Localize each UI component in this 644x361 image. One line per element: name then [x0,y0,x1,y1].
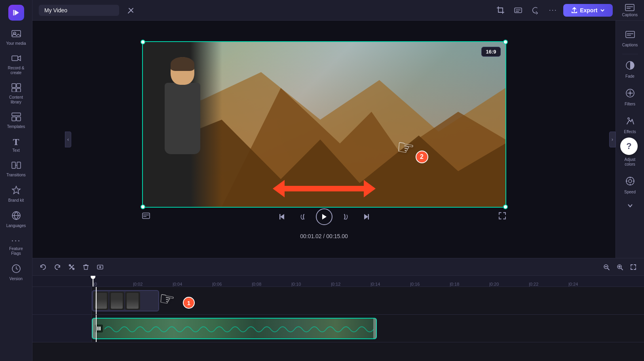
captions-panel[interactable]: Captions [622,3,638,17]
play-btn[interactable] [316,208,332,225]
right-panel-captions[interactable]: Captions [616,25,644,52]
svg-rect-36 [626,31,635,38]
transitions-icon [11,161,21,171]
sidebar-item-content-library[interactable]: Contentlibrary [0,79,32,109]
sidebar-item-feature-flags[interactable]: ··· FeatureFlags [0,232,32,260]
svg-rect-21 [625,4,634,11]
resize-handle-bl[interactable] [141,204,145,209]
timeline-area: |0 |0:02 |0:04 |0:06 |0:08 |0:10 [32,258,644,361]
resize-handle-tl[interactable] [141,40,145,44]
waveform [104,320,374,338]
rewind-btn[interactable] [295,210,310,224]
person-hair [171,57,194,71]
sidebar-item-brand-kit-label: Brand kit [8,198,24,203]
ruler-mark-12: |0:12 [330,282,370,287]
caption-icon-btn[interactable] [142,212,150,221]
svg-rect-67 [97,327,99,330]
fade-icon [625,61,635,73]
content-library-icon [11,83,21,94]
svg-rect-18 [515,8,522,13]
cut-btn[interactable] [66,261,78,273]
ruler-mark-0: |0 [93,282,132,287]
redo-timeline-btn[interactable] [51,261,63,273]
right-panel-speed[interactable]: Speed [616,172,644,199]
sidebar-item-version-label: Version [9,277,23,281]
help-button[interactable]: ? [620,138,638,155]
sidebar-item-transitions[interactable]: Transitions [0,157,32,181]
go-to-start-btn[interactable] [275,210,289,224]
sidebar-item-your-media[interactable]: Your media [0,25,32,50]
sidebar-item-record-create[interactable]: Record &create [0,50,32,79]
top-bar: My Video [32,0,644,21]
sidebar-item-brand-kit[interactable]: Brand kit [0,181,32,207]
subtitle-btn[interactable] [511,3,525,17]
right-panel-filters[interactable]: Filters [616,84,644,111]
captions-icon [625,30,635,41]
top-bar-actions: ··· Export [494,3,612,17]
sidebar-item-text[interactable]: T Text [0,133,32,157]
hand-cursor-2: ☞ [395,135,416,160]
sidebar-item-version[interactable]: Version [0,260,32,285]
bg-track-content[interactable] [92,315,644,342]
arrow-left-head [273,180,285,197]
svg-rect-2 [12,31,21,37]
collapse-right-arrow[interactable]: › [609,132,616,147]
feature-flags-icon: ··· [11,236,21,245]
aspect-ratio-badge[interactable]: 16:9 [481,47,500,57]
bg-clip-right-handle[interactable] [373,319,376,338]
zoom-out-btn[interactable] [600,261,612,273]
person-clip[interactable] [92,290,159,311]
arrow-right-head [364,180,376,197]
person-track-playhead [96,287,97,314]
zoom-controls [600,261,639,273]
resize-handle-br[interactable] [503,204,508,209]
logo-icon [8,5,24,21]
fit-timeline-btn[interactable] [627,261,639,273]
sidebar-item-languages-label: Languages [6,223,26,228]
timeline-tracks: ☞ 1 [32,287,644,361]
undo-btn[interactable] [37,261,49,273]
bg-clip[interactable] [92,318,377,339]
ruler-marks: |0 |0:02 |0:04 |0:06 |0:08 |0:10 [93,276,607,287]
person-track-content[interactable]: ☞ 1 [92,287,644,314]
hand-cursor-timeline: ☞ [158,288,176,310]
sidebar-item-text-label: Text [12,148,19,153]
ruler-mark-24: |0:24 [568,282,607,287]
svg-marker-34 [364,214,368,220]
ruler-mark-16: |0:16 [409,282,449,287]
svg-rect-6 [17,84,21,88]
export-button[interactable]: Export [563,4,612,17]
more-btn[interactable]: ··· [546,3,560,17]
sidebar-item-languages[interactable]: Languages [0,207,32,232]
right-panel-effects[interactable]: Effects [616,111,644,139]
magic-tool-btn[interactable] [124,3,138,17]
svg-rect-35 [368,214,369,220]
app-logo [7,3,26,22]
delete-btn[interactable] [80,261,92,273]
canvas-container: ‹ [32,21,644,258]
redo-btn[interactable] [528,3,543,17]
fade-label: Fade [625,74,635,79]
fullscreen-btn[interactable] [498,212,506,222]
resize-handle-tr[interactable] [503,40,508,44]
add-to-timeline-btn[interactable] [94,261,106,273]
adjust-colors-label: Adjustcolors [625,157,636,167]
ruler-mark-18: |0:18 [449,282,488,287]
go-to-end-btn[interactable] [359,210,374,224]
right-panel-fade[interactable]: Fade [616,56,644,84]
zoom-in-btn[interactable] [614,261,626,273]
svg-rect-7 [12,88,16,92]
forward-btn[interactable] [339,210,353,224]
crop-btn[interactable] [494,3,508,17]
svg-marker-33 [322,214,327,220]
person-track-label [32,287,92,314]
ruler-mark-20: |0:20 [488,282,528,287]
bg-track-row [32,315,644,342]
timeline-ruler: |0 |0:02 |0:04 |0:06 |0:08 |0:10 [32,276,644,287]
project-name-input[interactable]: My Video [39,5,119,16]
captions-label: Captions [622,13,638,17]
brand-kit-icon [11,185,21,197]
panel-chevron-down[interactable] [624,199,636,214]
sidebar-item-templates[interactable]: Templates [0,109,32,133]
drag-arrow [273,180,376,197]
